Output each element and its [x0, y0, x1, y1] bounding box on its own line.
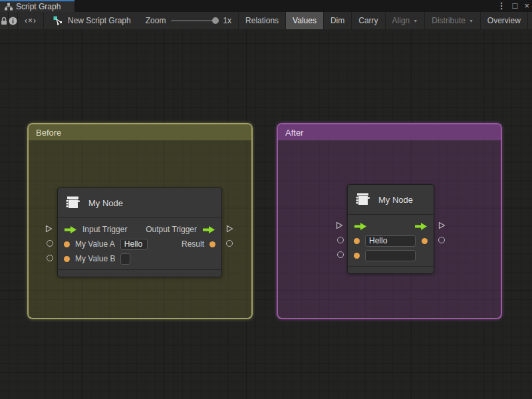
zoom-slider[interactable] [171, 20, 217, 21]
full-screen-button[interactable]: Full Screen [528, 12, 532, 29]
lock-button[interactable] [0, 12, 9, 29]
node-header[interactable]: My Node [348, 185, 434, 215]
distribute-dropdown[interactable]: Distribute ▼ [425, 12, 481, 29]
port-row [348, 219, 434, 233]
value-input-port-icon[interactable] [64, 241, 70, 247]
graph-canvas[interactable]: Before After My Node [0, 29, 532, 399]
port-label: Result [182, 239, 204, 249]
node-my-node-after[interactable]: My Node [347, 184, 434, 274]
value-a-input[interactable] [365, 235, 416, 247]
flow-output-port-icon[interactable] [414, 222, 428, 231]
info-button[interactable] [9, 12, 18, 29]
port-label: My Value A [75, 239, 115, 249]
port-row [348, 233, 434, 248]
flow-input-port-icon[interactable] [64, 225, 77, 234]
unit-node-icon [354, 191, 372, 208]
node-my-node-before[interactable]: My Node Input Trigger Output Trigger [57, 188, 222, 277]
tab-label: Script Graph [16, 2, 61, 11]
port-row: My Value A Result [58, 237, 221, 251]
tab-script-graph[interactable]: Script Graph [0, 0, 74, 12]
overview-button[interactable]: Overview [481, 12, 528, 29]
window-titlebar: Script Graph ⋮ □ × [0, 0, 532, 12]
port-row [348, 248, 434, 263]
group-before-header[interactable]: Before [29, 124, 251, 140]
external-flow-output-port[interactable] [225, 224, 234, 236]
external-value-port[interactable] [337, 251, 344, 258]
node-header[interactable]: My Node [58, 188, 221, 218]
group-after-label: After [285, 128, 303, 138]
value-input-port-icon[interactable] [354, 253, 360, 259]
flow-input-port-icon[interactable] [354, 222, 367, 231]
maximize-icon[interactable]: □ [513, 0, 518, 12]
carry-button[interactable]: Carry [352, 12, 385, 29]
graph-name: New Script Graph [68, 16, 131, 25]
close-icon[interactable]: × [524, 0, 529, 12]
chevron-down-icon: ▼ [469, 19, 473, 23]
port-label: My Value B [75, 254, 115, 263]
script-graph-icon [53, 16, 63, 25]
value-output-port-icon[interactable] [422, 238, 428, 244]
node-title: My Node [378, 195, 413, 205]
external-value-port[interactable] [337, 237, 344, 243]
group-before-label: Before [36, 128, 61, 138]
external-flow-output-port[interactable] [438, 221, 446, 233]
value-a-input[interactable] [120, 239, 148, 250]
node-footer [58, 269, 221, 277]
zoom-value: 1x [223, 16, 231, 25]
port-label: Output Trigger [146, 225, 197, 234]
group-after-header[interactable]: After [278, 124, 501, 140]
value-b-input[interactable] [120, 253, 130, 265]
node-title: My Node [88, 198, 123, 208]
chevron-down-icon: ▼ [413, 19, 418, 23]
lock-icon [0, 17, 8, 25]
values-button[interactable]: Values [286, 12, 324, 29]
external-flow-input-port[interactable] [45, 224, 53, 236]
external-value-port[interactable] [226, 240, 233, 247]
graph-breadcrumb[interactable]: New Script Graph [44, 12, 139, 29]
info-icon [9, 17, 17, 25]
zoom-control: Zoom 1x [139, 12, 239, 29]
port-row: Input Trigger Output Trigger [58, 222, 221, 237]
align-dropdown[interactable]: Align ▼ [386, 12, 426, 29]
port-label: Input Trigger [82, 225, 127, 234]
zoom-slider-handle[interactable] [212, 17, 219, 24]
value-output-port-icon[interactable] [209, 241, 215, 247]
zoom-label: Zoom [146, 16, 166, 25]
port-row: My Value B [58, 251, 221, 266]
graph-toolbar: ‹×› New Script Graph Zoom 1x Relations V… [0, 12, 532, 29]
code-view-button[interactable]: ‹×› [18, 12, 44, 29]
external-value-port[interactable] [47, 255, 53, 261]
relations-button[interactable]: Relations [239, 12, 286, 29]
window-menu-icon[interactable]: ⋮ [497, 0, 506, 12]
external-value-port[interactable] [438, 237, 445, 243]
value-input-port-icon[interactable] [354, 238, 360, 244]
external-flow-input-port[interactable] [335, 221, 344, 233]
value-input-port-icon[interactable] [64, 256, 70, 262]
dim-button[interactable]: Dim [324, 12, 352, 29]
value-b-input[interactable] [365, 250, 416, 261]
graph-hierarchy-icon [5, 3, 13, 11]
flow-output-port-icon[interactable] [202, 225, 215, 234]
node-footer [348, 266, 434, 273]
unit-node-icon [65, 194, 82, 211]
external-value-port[interactable] [47, 240, 53, 247]
